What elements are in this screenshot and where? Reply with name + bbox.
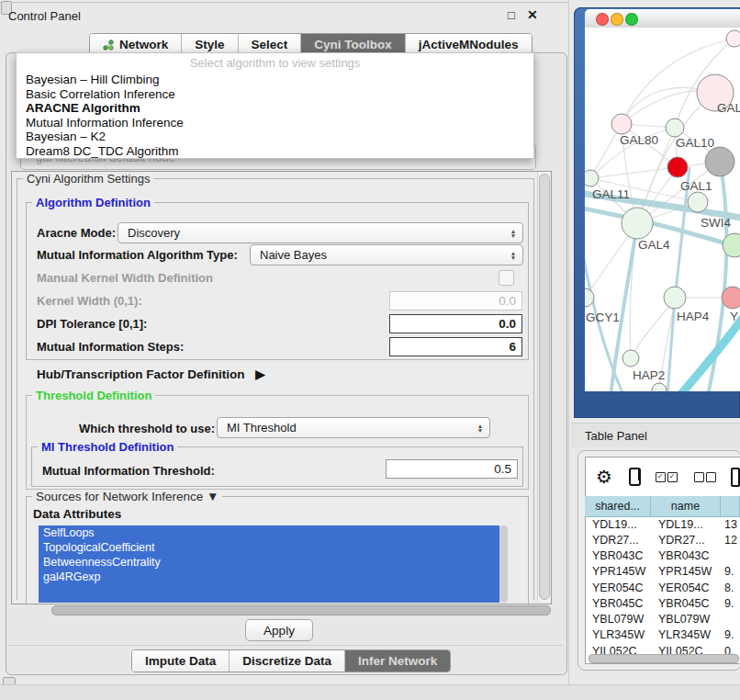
table-row[interactable]: YBR045CYBR045C9. xyxy=(585,595,740,611)
attribute-item[interactable]: SelfLoops xyxy=(39,525,499,540)
table-cell: YLR345W xyxy=(651,628,721,641)
mi-threshold-definition-title: MI Threshold Definition xyxy=(38,440,177,454)
expand-right-icon: ▶ xyxy=(255,367,264,381)
network-node-y[interactable] xyxy=(722,287,740,309)
which-threshold-select[interactable]: MI Threshold ▲▼ xyxy=(217,417,490,438)
status-bar xyxy=(0,684,740,700)
table-row[interactable]: YDL19...YDL19...13 xyxy=(585,516,740,532)
close-window-icon[interactable] xyxy=(596,13,609,26)
network-node-gal1[interactable] xyxy=(688,192,708,212)
network-node-gal80[interactable] xyxy=(611,114,632,134)
table-row[interactable]: YLR345WYLR345W9. xyxy=(585,627,740,643)
tab-discretize-data[interactable]: Discretize Data xyxy=(230,650,345,672)
dropdown-item[interactable]: Bayesian – K2 xyxy=(17,130,533,144)
attribute-item[interactable]: BetweennessCentrality xyxy=(39,555,499,570)
network-node[interactable] xyxy=(705,147,734,176)
minimize-window-icon[interactable] xyxy=(611,13,623,26)
table-horizontal-scrollbar[interactable] xyxy=(589,654,739,663)
kernel-width-input[interactable]: 0.0 xyxy=(389,291,522,310)
apply-button[interactable]: Apply xyxy=(245,619,313,641)
dropdown-item[interactable]: Mutual Information Inference xyxy=(17,116,533,130)
network-canvas[interactable]: GALGAL80GAL10GAL11GAL1SWI4GAL4GCY1HAP4YH… xyxy=(585,28,740,391)
table-row[interactable]: YPR145WYPR145W9. xyxy=(585,564,740,580)
table-row[interactable]: YIL052CYIL052C0. xyxy=(585,643,740,654)
network-node-hap4[interactable] xyxy=(664,287,686,309)
table-cell: YIL052C xyxy=(651,645,721,654)
column-header[interactable] xyxy=(721,496,740,516)
table-row[interactable]: YDR27...YDR27...12 xyxy=(585,532,740,548)
dropdown-item[interactable]: Bayesian – Hill Climbing xyxy=(17,73,533,87)
table-cell: YBR045C xyxy=(585,597,651,610)
table-toolbar: ⚙ ✓✓ xyxy=(585,459,740,494)
mi-threshold-input[interactable]: 0.5 xyxy=(386,459,518,479)
table-cell: YDR27... xyxy=(585,534,651,547)
table-cell: YBL079W xyxy=(651,613,721,626)
table-cell: 0. xyxy=(721,645,740,654)
network-node[interactable] xyxy=(726,30,740,47)
node-label: GAL1 xyxy=(680,179,712,193)
mi-steps-input[interactable]: 6 xyxy=(389,337,522,356)
stepper-arrows-icon: ▲▼ xyxy=(504,251,522,260)
threshold-definition-title: Threshold Definition xyxy=(32,389,155,402)
window-top-edge xyxy=(0,2,569,3)
sources-group-title[interactable]: Sources for Network Inference ▼ xyxy=(32,490,222,503)
table-row[interactable]: YBL079WYBL079W xyxy=(585,612,740,627)
dropdown-item[interactable]: ARACNE Algorithm xyxy=(17,101,533,116)
manual-kernel-width-checkbox[interactable] xyxy=(499,270,514,286)
network-node-gal10[interactable] xyxy=(666,119,684,137)
column-header-shared[interactable]: shared... xyxy=(585,496,651,516)
table-row[interactable]: YER054CYER054C8. xyxy=(585,580,740,595)
document-icon[interactable] xyxy=(731,468,740,487)
algorithm-dropdown-list: Select algorithm to view settings Bayesi… xyxy=(16,52,534,159)
select-all-checkboxes-icon[interactable]: ✓✓ xyxy=(656,472,679,482)
columns-icon[interactable] xyxy=(629,468,641,486)
dropdown-item[interactable]: Basic Correlation Inference xyxy=(17,87,533,102)
attributes-scrollbar[interactable] xyxy=(499,525,508,603)
dpi-tolerance-label: DPI Tolerance [0,1]: xyxy=(37,317,147,331)
tab-impute-data[interactable]: Impute Data xyxy=(132,650,230,672)
tab-label: jActiveMNodules xyxy=(419,38,519,51)
network-node[interactable] xyxy=(652,383,667,391)
maximize-window-icon[interactable] xyxy=(625,13,638,26)
cyni-algorithm-settings-title: Cyni Algorithm Settings xyxy=(23,172,153,186)
data-attributes-list[interactable]: SelfLoopsTopologicalCoefficientBetweenne… xyxy=(39,525,499,603)
table-cell: YIL052C xyxy=(585,645,651,654)
hub-definition-toggle[interactable]: Hub/Transcription Factor Definition ▶ xyxy=(37,367,265,381)
settings-horizontal-scrollbar[interactable] xyxy=(13,605,550,615)
table-cell: 13 xyxy=(721,518,740,531)
kernel-width-label: Kernel Width (0,1): xyxy=(37,294,142,308)
application-window: Control Panel □ ✕ NetworkStyleSelectCyni… xyxy=(0,0,740,700)
stepper-arrows-icon: ▲▼ xyxy=(504,229,522,238)
float-panel-icon[interactable]: □ xyxy=(508,8,515,22)
stepper-arrows-icon: ▲▼ xyxy=(471,423,489,433)
which-threshold-label: Which threshold to use: xyxy=(79,422,215,435)
attribute-item[interactable]: gal4RGexp xyxy=(39,570,499,584)
network-node[interactable] xyxy=(667,157,688,177)
node-label: SWI4 xyxy=(701,216,731,230)
close-panel-icon[interactable]: ✕ xyxy=(527,7,538,22)
aracne-mode-label: Aracne Mode: xyxy=(37,226,116,240)
node-label: GAL4 xyxy=(638,238,670,252)
table-cell: 12 xyxy=(721,534,740,547)
deselect-all-checkboxes-icon[interactable] xyxy=(694,472,718,482)
table-row[interactable]: YBR043CYBR043C xyxy=(585,548,740,564)
network-node-gal4[interactable] xyxy=(622,208,653,239)
node-label: GAL80 xyxy=(620,133,658,147)
node-label: GAL xyxy=(717,101,740,115)
attribute-item[interactable]: TopologicalCoefficient xyxy=(39,540,499,555)
dpi-tolerance-input[interactable]: 0.0 xyxy=(389,314,522,333)
table-cell: YPR145W xyxy=(651,565,721,578)
network-node-gal11[interactable] xyxy=(585,170,599,186)
column-header-name[interactable]: name xyxy=(651,496,721,516)
table-cell: YER054C xyxy=(651,581,721,594)
tab-infer-network[interactable]: Infer Network xyxy=(345,650,450,672)
aracne-mode-select[interactable]: Discovery ▲▼ xyxy=(118,222,523,243)
dropdown-item[interactable]: Dream8 DC_TDC Algorithm xyxy=(17,144,533,159)
table-cell: YLR345W xyxy=(585,628,651,641)
data-attributes-label: Data Attributes xyxy=(33,507,121,521)
settings-vertical-scrollbar[interactable] xyxy=(537,172,550,602)
manual-kernel-width-label: Manual Kernel Width Definition xyxy=(37,271,213,285)
mi-algorithm-type-select[interactable]: Naive Bayes ▲▼ xyxy=(250,244,523,265)
gear-icon[interactable]: ⚙ xyxy=(596,466,612,488)
network-node-hap2[interactable] xyxy=(622,350,639,367)
